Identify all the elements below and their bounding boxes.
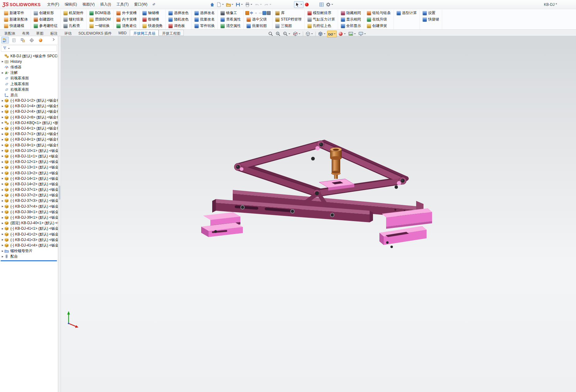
expand-arrow-icon[interactable]: ▶: [1, 177, 4, 180]
tree-item[interactable]: ▶(-) KB-DJ-6<1> (默认) <钣金件: [0, 126, 58, 131]
selection-box-icon[interactable]: ▭: [258, 11, 262, 15]
ribbon-button[interactable]: 全部显示: [340, 23, 362, 29]
command-tab[interactable]: 装配体: [1, 30, 19, 36]
expand-arrow-icon[interactable]: ▶: [1, 166, 4, 169]
tree-item[interactable]: ▶(-) KB-DJ-11<1> (默认) <钣金件: [0, 153, 58, 159]
expand-arrow-icon[interactable]: ▶: [1, 144, 4, 146]
ribbon-button[interactable]: 毂键槽: [141, 17, 160, 22]
ribbon-button[interactable]: 新建零件: [3, 10, 25, 16]
menu-item[interactable]: 窗口(W): [131, 0, 150, 9]
ribbon-button[interactable]: 气缸压力计算: [306, 17, 336, 22]
section-view-icon-caret[interactable]: [299, 33, 300, 35]
tree-filter[interactable]: [1, 45, 57, 52]
tree-item[interactable]: ▶(-) KB-DJ-8<1> (默认) <钣金件: [0, 137, 58, 142]
new-document-button-caret[interactable]: [222, 4, 224, 6]
ribbon-button[interactable]: 参考建特征: [32, 23, 59, 29]
panel-splitter[interactable]: [58, 36, 61, 392]
tree-item[interactable]: ▶(-) KB-DJ-37<3> (默认) <钣金件: [0, 198, 58, 204]
command-tab[interactable]: 开拔工程图: [159, 30, 184, 36]
ribbon-button[interactable]: 设置: [421, 10, 437, 16]
zoom-area-icon[interactable]: [274, 31, 281, 37]
expand-arrow-icon[interactable]: ▶: [1, 244, 4, 247]
menu-item[interactable]: 插入(I): [97, 0, 114, 9]
previous-view-icon-caret[interactable]: [288, 33, 290, 35]
ribbon-button[interactable]: 零件转换: [193, 23, 216, 29]
zoom-fit-icon[interactable]: [267, 31, 274, 37]
gear-mini-icon[interactable]: [267, 11, 271, 15]
save-button-caret[interactable]: [241, 4, 243, 6]
expand-arrow-icon[interactable]: ▶: [1, 116, 4, 119]
menu-item[interactable]: 工具(T): [114, 0, 131, 9]
mirror-part-icon[interactable]: [245, 11, 249, 15]
ribbon-button[interactable]: 快捷键: [421, 17, 440, 22]
ribbon-button[interactable]: 调色板: [167, 23, 186, 29]
tab-display-manager[interactable]: [37, 37, 44, 43]
expand-arrow-icon[interactable]: ▶: [1, 72, 4, 74]
ribbon-button[interactable]: 创建圆柱: [32, 17, 55, 22]
ribbon-button[interactable]: 快速建模: [3, 23, 25, 29]
expand-arrow-icon[interactable]: ▶: [1, 161, 4, 163]
options-button[interactable]: [325, 1, 334, 8]
command-tab[interactable]: 草图: [33, 30, 47, 36]
menu-item[interactable]: 视图(V): [80, 0, 97, 9]
pin-menu-icon[interactable]: [151, 2, 157, 8]
tree-item[interactable]: ▶(-) KB-DJ-10<1> (默认) <钣金件: [0, 148, 58, 153]
print-button[interactable]: [244, 1, 254, 8]
ribbon-button[interactable]: 外卡簧槽: [115, 10, 138, 16]
command-tab[interactable]: 布局: [19, 30, 33, 36]
expand-arrow-icon[interactable]: ▶: [1, 255, 4, 258]
tree-item[interactable]: ▶(-) KB-DJ-41<3> (默认) <钣金件: [0, 237, 58, 243]
circle-reference-icon[interactable]: ○: [254, 11, 258, 15]
expand-arrow-icon[interactable]: ▶: [1, 205, 4, 208]
tree-item[interactable]: ▶(-) KB-DJ-2<6> (默认) <钣金件: [0, 115, 58, 120]
section-view-icon[interactable]: [292, 31, 302, 37]
view-settings-icon[interactable]: [357, 31, 367, 37]
tab-dimxpert-manager[interactable]: [28, 37, 36, 43]
open-button[interactable]: [225, 1, 235, 8]
expand-arrow-icon[interactable]: ▶: [1, 189, 4, 191]
ribbon-button[interactable]: 创建矩形: [32, 10, 55, 16]
expand-panel-icon[interactable]: [52, 38, 57, 43]
ribbon-button[interactable]: 镜像工: [219, 10, 238, 16]
ribbon-button[interactable]: 孔特征上色: [306, 23, 333, 29]
expand-arrow-icon[interactable]: ▶: [1, 149, 4, 152]
ribbon-button[interactable]: 清空属性: [219, 23, 242, 29]
expand-arrow-icon[interactable]: ▶: [1, 183, 4, 185]
ribbon-button[interactable]: 新建装配体: [3, 17, 29, 22]
tree-item[interactable]: ▶(-) KB-DJ-13<2> (默认) <钣金件: [0, 170, 58, 176]
tree-item[interactable]: ▶(-) KB-DJ-14<2> (默认) <钣金件: [0, 181, 58, 187]
expand-arrow-icon[interactable]: ▶: [1, 217, 4, 219]
flag-icon[interactable]: [262, 11, 266, 15]
tree-item[interactable]: ▶(-) KB-DJ-1<2> (默认) <钣金件: [0, 98, 58, 104]
ribbon-button[interactable]: 库: [274, 10, 286, 16]
view-settings-icon-caret[interactable]: [364, 33, 366, 35]
expand-arrow-icon[interactable]: ▶: [1, 111, 4, 113]
tree-item[interactable]: ▶(-) KB-DJ-41<2> (默认) <钣金件: [0, 232, 58, 237]
ribbon-button[interactable]: 随机改色: [167, 17, 190, 22]
print-button-caret[interactable]: [250, 4, 252, 6]
command-tab[interactable]: SOLIDWORKS 插件: [75, 30, 115, 36]
ribbon-button[interactable]: 模型树排序: [306, 10, 333, 16]
edit-appearance-icon[interactable]: [337, 31, 347, 37]
tree-item[interactable]: 前视基准面: [0, 76, 58, 81]
expand-arrow-icon[interactable]: ▶: [1, 138, 4, 141]
expand-arrow-icon[interactable]: ▶: [1, 155, 4, 157]
home-button[interactable]: [209, 1, 216, 8]
center-align-icon[interactable]: 中: [250, 11, 254, 15]
ribbon-button[interactable]: 显示相同: [340, 17, 362, 22]
tree-item[interactable]: ▶(-) KB-DJ-KBQ<1> (默认) <默认: [0, 120, 58, 126]
tree-item[interactable]: ▶(-) KB-DJ-41<4> (默认) <钣金件: [0, 243, 58, 248]
expand-arrow-icon[interactable]: ▶: [1, 228, 4, 230]
menu-item[interactable]: 文件(F): [44, 0, 62, 9]
ribbon-button[interactable]: 一键转换: [88, 23, 111, 29]
edit-appearance-icon-caret[interactable]: [344, 33, 346, 35]
tree-item[interactable]: ▶(固定) KB-DJ-40<1> (默认) <钣: [0, 221, 58, 226]
select-tool-button-caret[interactable]: [300, 4, 302, 6]
command-tab[interactable]: 标注: [47, 30, 61, 36]
expand-arrow-icon[interactable]: ▶: [1, 122, 4, 124]
tree-item[interactable]: 传感器: [0, 64, 58, 70]
tab-configuration-manager[interactable]: [19, 37, 27, 43]
expand-arrow-icon[interactable]: ▶: [1, 222, 4, 224]
expand-arrow-icon[interactable]: ▶: [1, 133, 4, 135]
display-style-icon-caret[interactable]: [324, 33, 326, 35]
